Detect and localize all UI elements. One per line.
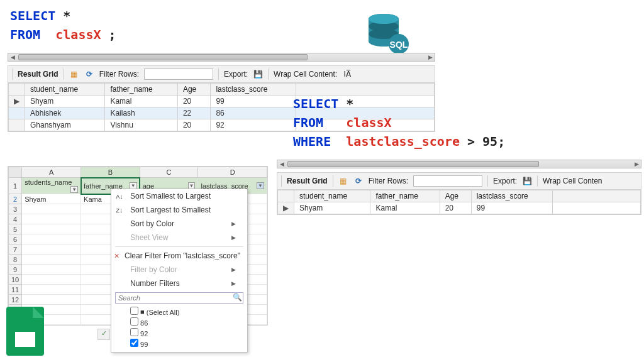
filter-checklist: ■ (Select All) 86 92 99 [111, 305, 247, 352]
col-a[interactable]: A [22, 167, 81, 178]
col-lastclass-score[interactable]: lastclass_score [211, 84, 296, 96]
filter-rows-label: Filter Rows: [99, 70, 139, 79]
col-c[interactable]: C [140, 167, 198, 178]
filter-option[interactable]: 99 [130, 339, 243, 349]
result-toolbar: Result Grid ▦ ⟳ Filter Rows: Export: 💾 W… [277, 173, 641, 190]
result-panel-2: Result Grid ▦ ⟳ Filter Rows: Export: 💾 W… [277, 172, 641, 215]
filter-rows-input[interactable] [413, 175, 482, 187]
table-row: ▶ Shyam Kamal 20 99 [278, 202, 641, 214]
wrap-icon[interactable]: IA̅ [342, 69, 352, 79]
sort-desc-item[interactable]: Z↓Sort Largest to Smallest [111, 203, 247, 217]
filter-color-item: Filter by Color▶ [111, 263, 247, 277]
filter-rows-input[interactable] [144, 69, 213, 80]
sql-query-1: SELECT * FROM classX ; [10, 6, 116, 44]
clear-filter-item[interactable]: ⨯Clear Filter From "lastclass_score" [111, 249, 247, 263]
filter-search-input[interactable] [116, 293, 231, 303]
sql-database-icon: SQL [365, 13, 410, 54]
filter-dropdown-active-icon[interactable]: ▼ [257, 182, 264, 189]
scrollbar-horizontal[interactable]: ◀ ▶ [277, 160, 641, 168]
scrollbar-horizontal[interactable]: ◀ ▶ [8, 53, 435, 62]
table-header-row: student_name father_name Age lastclass_s… [9, 84, 435, 96]
export-icon[interactable]: 💾 [522, 176, 532, 186]
clear-filter-icon: ⨯ [114, 252, 119, 260]
col-age[interactable]: Age [177, 84, 211, 96]
filter-option-all[interactable]: ■ (Select All) [130, 307, 243, 317]
export-label: Export: [224, 70, 248, 79]
result-grid-label: Result Grid [18, 70, 58, 79]
sql-query-2: SELECT * FROM classX WHERE lastclass_sco… [293, 94, 505, 151]
search-icon[interactable]: 🔍 [231, 293, 243, 303]
result-table-2: student_name father_name Age lastclass_s… [277, 190, 641, 214]
sort-asc-icon: A↓ [114, 192, 125, 200]
filter-option[interactable]: 92 [130, 328, 243, 339]
export-icon[interactable]: 💾 [253, 69, 263, 79]
scroll-left-icon[interactable]: ◀ [277, 160, 286, 168]
svg-point-5 [369, 14, 399, 24]
col-father-name[interactable]: father_name [105, 84, 178, 96]
filter-option[interactable]: 86 [130, 317, 243, 328]
filter-search[interactable]: 🔍 [115, 292, 243, 304]
scroll-left-icon[interactable]: ◀ [8, 53, 17, 61]
filter-menu: A↓Sort Smallest to Largest Z↓Sort Larges… [111, 189, 248, 353]
chevron-right-icon: ▶ [231, 221, 236, 227]
sort-desc-icon: Z↓ [114, 206, 125, 214]
grid-icon[interactable]: ▦ [69, 69, 79, 79]
scroll-right-icon[interactable]: ▶ [632, 160, 641, 168]
google-sheets-icon [6, 307, 44, 356]
excel-header-cell: students_name▼ [22, 178, 81, 194]
scroll-thumb[interactable] [18, 54, 308, 60]
svg-text:SQL: SQL [390, 40, 408, 50]
filter-dropdown-icon[interactable]: ▼ [70, 186, 78, 193]
number-filters-item[interactable]: Number Filters▶ [111, 277, 247, 290]
scroll-thumb[interactable] [287, 161, 539, 167]
ok-button[interactable]: ✓ [97, 329, 110, 340]
col-d[interactable]: D [198, 167, 267, 178]
row-marker: ▶ [9, 96, 25, 107]
sort-asc-item[interactable]: A↓Sort Smallest to Largest [111, 189, 247, 203]
result-toolbar: Result Grid ▦ ⟳ Filter Rows: Export: 💾 W… [8, 66, 435, 83]
col-student-name[interactable]: student_name [25, 84, 105, 96]
refresh-icon[interactable]: ⟳ [84, 69, 94, 79]
refresh-icon[interactable]: ⟳ [353, 176, 364, 186]
grid-icon[interactable]: ▦ [338, 176, 348, 186]
sheet-view-item: Sheet View▶ [111, 231, 247, 244]
scroll-right-icon[interactable]: ▶ [426, 53, 435, 61]
col-b[interactable]: B [81, 167, 140, 178]
wrap-label: Wrap Cell Content: [274, 70, 337, 79]
sort-color-item[interactable]: Sort by Color▶ [111, 217, 247, 231]
